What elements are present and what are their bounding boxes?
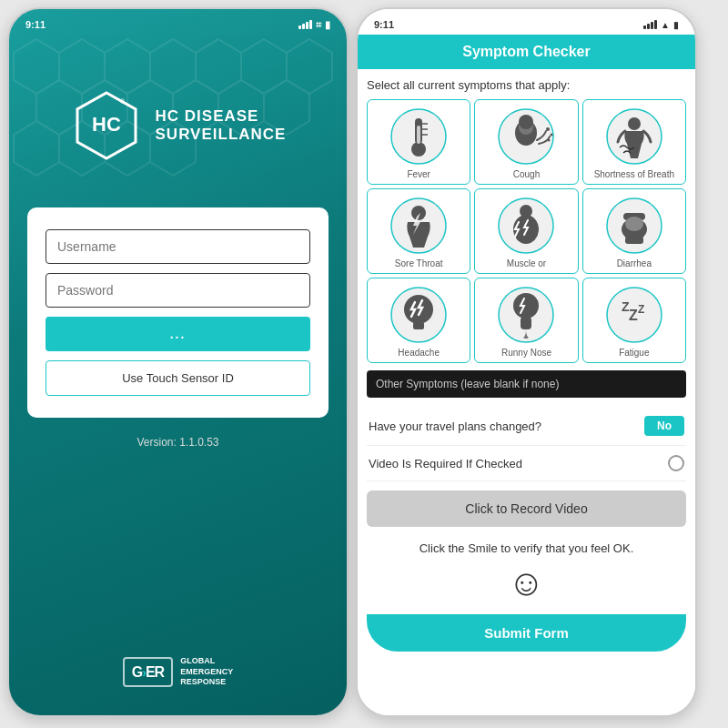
logo-area: HC ® HC DISEASE SURVEILLANCE — [70, 89, 287, 162]
left-phone: 9:11 ⌗ ▮ — [7, 7, 349, 717]
svg-marker-2 — [105, 39, 150, 94]
svg-text:Z: Z — [629, 308, 638, 323]
svg-point-32 — [551, 134, 553, 136]
symptom-cough[interactable]: Cough — [474, 99, 578, 185]
svg-rect-51 — [521, 317, 531, 329]
svg-point-40 — [520, 205, 532, 217]
wifi-icon: ⌗ — [316, 19, 321, 31]
svg-point-31 — [546, 127, 550, 131]
svg-point-37 — [411, 206, 426, 220]
fatigue-label: Fatigue — [619, 348, 649, 358]
video-label: Video Is Required If Checked — [369, 457, 522, 470]
left-content: HC ® HC DISEASE SURVEILLANCE ... Use Tou… — [9, 35, 347, 715]
login-card: ... Use Touch Sensor ID — [27, 207, 329, 418]
right-status-icons: ▲ ▮ — [643, 20, 679, 30]
muscle-icon — [497, 197, 555, 255]
right-phone-inner: 9:11 ▲ ▮ Symptom Checker Select all curr… — [358, 9, 695, 715]
left-status-bar: 9:11 ⌗ ▮ — [9, 9, 347, 35]
symptom-shortness[interactable]: Shortness of Breath — [582, 99, 686, 185]
svg-point-35 — [628, 117, 641, 130]
headache-label: Headache — [398, 348, 440, 358]
smile-icon[interactable]: ☺ — [367, 562, 686, 603]
submit-button[interactable]: Submit Form — [367, 614, 686, 652]
symptom-muscle[interactable]: Muscle or — [474, 188, 578, 274]
headache-icon — [389, 286, 448, 344]
symptom-checker-header: Symptom Checker — [358, 35, 695, 69]
cough-label: Cough — [513, 169, 540, 179]
battery-icon: ▮ — [325, 19, 330, 31]
right-signal-icon — [643, 20, 657, 29]
username-input[interactable] — [46, 229, 310, 264]
symptom-body: Select all current symptoms that apply: … — [358, 69, 695, 715]
login-button[interactable]: ... — [46, 317, 310, 351]
svg-rect-23 — [417, 126, 420, 144]
fever-label: Fever — [407, 169, 430, 179]
svg-text:HC: HC — [92, 113, 121, 136]
svg-marker-6 — [287, 39, 332, 94]
right-time: 9:11 — [374, 19, 394, 30]
diarrhea-icon — [605, 197, 663, 255]
ger-badge-text: G›ER — [123, 657, 173, 687]
svg-marker-5 — [241, 39, 287, 94]
fatigue-icon: Z Z Z — [605, 286, 663, 344]
svg-rect-44 — [625, 237, 643, 244]
password-input[interactable] — [46, 273, 310, 308]
svg-point-22 — [411, 142, 426, 157]
svg-point-30 — [519, 115, 533, 129]
svg-point-45 — [625, 217, 643, 231]
symptom-headache[interactable]: Headache — [367, 278, 470, 363]
left-time: 9:11 — [25, 19, 46, 30]
select-instructions: Select all current symptoms that apply: — [367, 78, 686, 92]
right-wifi-icon: ▲ — [661, 20, 670, 30]
symptom-grid: Fever — [367, 99, 686, 363]
svg-point-33 — [548, 139, 551, 142]
shortness-icon — [605, 107, 663, 166]
symptom-fever[interactable]: Fever — [367, 99, 470, 185]
video-checkbox[interactable] — [668, 455, 684, 471]
symptom-runny-nose[interactable]: Runny Nose — [474, 278, 578, 363]
shortness-label: Shortness of Breath — [594, 169, 674, 179]
svg-point-50 — [513, 293, 539, 318]
version-text: Version: 1.1.0.53 — [136, 436, 218, 449]
svg-marker-13 — [14, 121, 59, 176]
muscle-label: Muscle or — [507, 258, 546, 268]
runny-nose-icon — [497, 286, 555, 344]
left-status-icons: ⌗ ▮ — [298, 19, 330, 31]
sore-throat-icon — [389, 197, 448, 255]
svg-point-47 — [404, 295, 433, 324]
travel-label: Have your travel plans changed? — [369, 420, 541, 433]
sore-throat-label: Sore Throat — [395, 258, 443, 268]
right-battery-icon: ▮ — [673, 20, 679, 30]
right-phone: 9:11 ▲ ▮ Symptom Checker Select all curr… — [356, 7, 697, 717]
svg-marker-3 — [150, 39, 196, 94]
ger-logo: G›ER GLOBAL EMERGENCY RESPONSE — [123, 656, 233, 688]
symptom-sore-throat[interactable]: Sore Throat — [367, 188, 470, 274]
runny-nose-label: Runny Nose — [501, 348, 551, 358]
svg-marker-4 — [196, 39, 241, 94]
signal-icon — [298, 20, 312, 29]
app-title: HC DISEASE SURVEILLANCE — [156, 107, 287, 144]
symptom-fatigue[interactable]: Z Z Z Fatigue — [582, 278, 686, 363]
cough-icon — [497, 107, 555, 166]
fever-icon — [389, 107, 448, 166]
svg-rect-48 — [413, 322, 424, 329]
record-video-button[interactable]: Click to Record Video — [367, 490, 686, 527]
travel-value-badge[interactable]: No — [644, 416, 684, 436]
touch-sensor-button[interactable]: Use Touch Sensor ID — [46, 360, 310, 396]
other-symptoms-bar: Other Symptoms (leave blank if none) — [367, 370, 686, 398]
diarrhea-label: Diarrhea — [617, 258, 652, 268]
video-row: Video Is Required If Checked — [367, 446, 686, 481]
svg-marker-0 — [14, 39, 59, 94]
svg-text:Z: Z — [638, 303, 644, 316]
svg-marker-1 — [59, 39, 105, 94]
svg-text:®: ® — [120, 98, 126, 105]
travel-row: Have your travel plans changed? No — [367, 407, 686, 446]
right-status-bar: 9:11 ▲ ▮ — [358, 9, 695, 35]
ger-label: GLOBAL EMERGENCY RESPONSE — [180, 656, 233, 688]
symptom-diarrhea[interactable]: Diarrhea — [582, 188, 686, 274]
hc-logo-icon: HC ® — [70, 89, 143, 162]
smile-text: Click the Smile to verify that you feel … — [367, 541, 686, 555]
smile-section: Click the Smile to verify that you feel … — [367, 536, 686, 609]
